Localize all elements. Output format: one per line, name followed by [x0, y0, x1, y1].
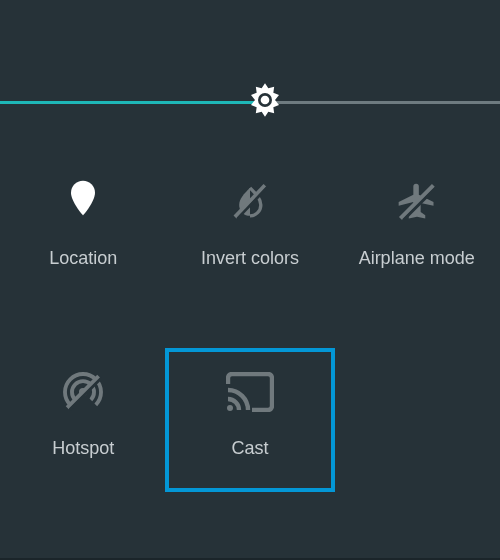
tile-label: Hotspot	[52, 438, 114, 459]
hotspot-icon	[60, 368, 106, 416]
tile-label: Cast	[231, 438, 268, 459]
quick-settings-grid: Location Invert colors Airplane mode	[0, 160, 500, 490]
brightness-track-active	[0, 101, 265, 104]
tile-location[interactable]: Location	[0, 160, 167, 300]
brightness-icon	[245, 80, 285, 124]
tile-airplane-mode[interactable]: Airplane mode	[333, 160, 500, 300]
svg-point-1	[261, 96, 270, 105]
location-pin-icon	[67, 178, 99, 226]
tile-label: Airplane mode	[359, 248, 475, 269]
svg-point-2	[79, 188, 88, 197]
svg-point-10	[227, 405, 233, 411]
tile-label: Location	[49, 248, 117, 269]
brightness-thumb[interactable]	[245, 82, 285, 122]
tile-cast[interactable]: Cast	[167, 350, 334, 490]
brightness-slider[interactable]	[0, 82, 500, 122]
invert-colors-icon	[230, 178, 270, 226]
tile-label: Invert colors	[201, 248, 299, 269]
tile-invert-colors[interactable]: Invert colors	[167, 160, 334, 300]
airplane-icon	[395, 178, 439, 226]
brightness-track-inactive	[265, 101, 500, 104]
tile-hotspot[interactable]: Hotspot	[0, 350, 167, 490]
cast-icon	[226, 368, 274, 416]
